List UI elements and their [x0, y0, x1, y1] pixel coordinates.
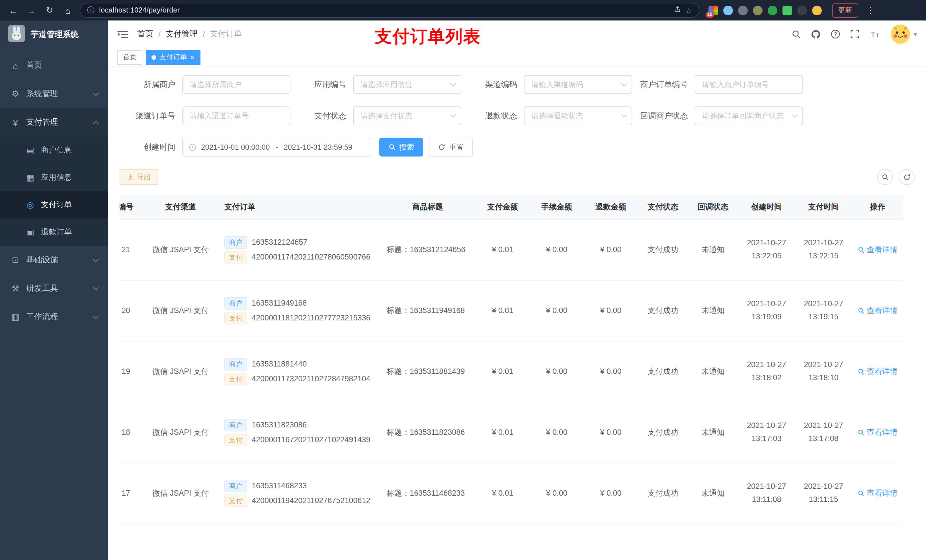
filter-label: 所属商户 — [120, 79, 182, 90]
refund-order-icon: ▣ — [25, 227, 35, 237]
view-tab[interactable]: 支付订单 × — [146, 50, 200, 65]
filter-row-2: 渠道订单号 支付状态 — [120, 106, 915, 125]
home-icon[interactable]: ⌂ — [62, 5, 74, 15]
extension-icon[interactable] — [753, 5, 763, 15]
merchant-tag: 商户 — [224, 418, 247, 431]
search-button[interactable]: 搜索 — [379, 138, 423, 157]
view-detail-link[interactable]: 查看详情 — [858, 488, 897, 498]
address-bar[interactable]: ⓘ localhost:1024/pay/order ☆ — [80, 3, 699, 18]
filter-input[interactable] — [182, 75, 291, 94]
sidebar-menu-item[interactable]: ⌂ 首页 — [0, 51, 108, 80]
cell-status: 支付成功 — [638, 463, 688, 524]
tags-view-bar: 首页 × 支付订单 × — [108, 48, 926, 67]
column-header: 支付金额 — [475, 195, 530, 219]
forward-icon[interactable]: → — [25, 5, 38, 15]
column-header: 回调状态 — [688, 195, 738, 219]
filter-input[interactable] — [695, 106, 803, 125]
cell-status: 支付成功 — [638, 280, 688, 341]
cell-amount: ¥ 0.01 — [475, 341, 530, 402]
filter-label: 应用编号 — [291, 79, 353, 90]
github-icon[interactable] — [811, 29, 821, 39]
url-text[interactable]: localhost:1024/pay/order — [99, 6, 669, 14]
filter-input[interactable] — [695, 75, 803, 94]
breadcrumb-item[interactable]: 支付订单 — [210, 29, 242, 39]
help-icon[interactable]: ? — [831, 30, 840, 39]
refresh-button[interactable] — [899, 169, 915, 185]
cell-pay-order: 商户 1635311881440 支付 42000011732021102728… — [218, 341, 380, 402]
view-detail-link[interactable]: 查看详情 — [858, 366, 897, 376]
extension-icon[interactable] — [782, 5, 792, 15]
date-start[interactable]: 2021-10-01 00:00:00 — [201, 143, 270, 151]
cell-amount: ¥ 0.01 — [475, 280, 530, 341]
reset-button[interactable]: 重置 — [429, 138, 473, 157]
sidebar-menu-item[interactable]: ▦ 应用信息 — [0, 164, 108, 191]
filter-label: 回调商户状态 — [632, 111, 695, 121]
back-icon[interactable]: ← — [7, 5, 20, 15]
cell-amount: ¥ 0.01 — [475, 402, 530, 463]
cell-action: 查看详情 — [852, 463, 903, 524]
extension-icon[interactable] — [723, 5, 733, 15]
user-menu[interactable]: ▾ — [891, 24, 917, 44]
caret-down-icon[interactable]: ▾ — [914, 30, 917, 38]
browser-menu-icon[interactable]: ⋮ — [866, 5, 875, 15]
search-icon[interactable] — [792, 30, 801, 39]
menu-item-label: 应用信息 — [41, 172, 72, 183]
sidebar-menu-item[interactable]: ⚙ 系统管理 — [0, 80, 108, 108]
breadcrumb-item[interactable]: 首页 — [137, 29, 153, 39]
extension-icon[interactable] — [768, 5, 777, 15]
pay-tag: 支付 — [224, 312, 247, 324]
export-button[interactable]: 导出 — [120, 169, 158, 185]
extension-icon[interactable] — [797, 5, 807, 15]
cell-notify: 未通知 — [688, 402, 738, 463]
merchant-tag: 商户 — [224, 358, 247, 370]
view-detail-link[interactable]: 查看详情 — [858, 427, 897, 437]
fullscreen-icon[interactable] — [850, 30, 859, 39]
logo-avatar — [8, 25, 25, 44]
merchant-tag: 商户 — [224, 297, 247, 309]
sidebar-menu-item[interactable]: ▥ 工作流程 — [0, 303, 108, 331]
filter-label: 支付状态 — [291, 111, 353, 121]
merchant-order-no: 1635312124657 — [252, 238, 307, 246]
sidebar-menu-item[interactable]: ▤ 商户信息 — [0, 137, 108, 164]
extension-icon[interactable]: 10 — [708, 5, 718, 15]
date-range-picker[interactable]: 2021-10-01 00:00:00 - 2021-10-31 23:59:5… — [182, 138, 371, 157]
close-tab-icon[interactable]: × — [190, 53, 195, 61]
view-tab[interactable]: 首页 × — [117, 50, 142, 65]
share-icon[interactable] — [674, 6, 681, 15]
avatar[interactable] — [891, 24, 910, 44]
sidebar-menu-item[interactable]: ◎ 支付订单 — [0, 191, 108, 219]
sidebar-menu-item[interactable]: ¥ 支付管理 — [0, 108, 108, 137]
filter-input[interactable] — [353, 106, 461, 125]
sidebar-menu-item[interactable]: ▣ 退款订单 — [0, 219, 108, 246]
filter-input[interactable] — [524, 106, 632, 125]
sidebar-menu-item[interactable]: ⚒ 研发工具 — [0, 274, 108, 303]
extension-icon[interactable] — [812, 5, 822, 15]
filter-item: 回调商户状态 — [632, 106, 803, 125]
sidebar-menu-item[interactable]: ⊡ 基础设施 — [0, 246, 108, 274]
cell-title: 标题：1635311823086 — [380, 402, 475, 463]
view-detail-link[interactable]: 查看详情 — [858, 305, 897, 315]
browser-update-button[interactable]: 更新 — [832, 3, 858, 17]
column-header: 退款金额 — [584, 195, 638, 219]
font-size-icon[interactable]: TT — [870, 30, 881, 38]
breadcrumb-separator: / — [203, 30, 205, 39]
merchant-order-no: 1635311468233 — [252, 482, 307, 490]
column-header: 支付渠道 — [144, 195, 218, 219]
cell-action: 查看详情 — [852, 402, 903, 463]
breadcrumb-item[interactable]: 支付管理 — [166, 29, 198, 39]
cell-refund: ¥ 0.00 — [584, 219, 638, 280]
chevron-icon — [93, 285, 99, 291]
view-detail-link[interactable]: 查看详情 — [858, 245, 897, 255]
bookmark-star-icon[interactable]: ☆ — [686, 6, 692, 15]
toggle-search-button[interactable] — [877, 169, 893, 185]
page-title-annotation: 支付订单列表 — [375, 25, 481, 48]
site-info-icon[interactable]: ⓘ — [87, 5, 95, 15]
date-end[interactable]: 2021-10-31 23:59:59 — [284, 143, 352, 151]
collapse-sidebar-icon[interactable] — [117, 30, 128, 38]
filter-input[interactable] — [524, 75, 632, 94]
reload-icon[interactable]: ↻ — [43, 5, 56, 15]
extension-icon[interactable] — [738, 5, 748, 15]
filter-input[interactable] — [182, 106, 291, 125]
menu-item-label: 研发工具 — [26, 284, 58, 294]
filter-input[interactable] — [353, 75, 461, 94]
